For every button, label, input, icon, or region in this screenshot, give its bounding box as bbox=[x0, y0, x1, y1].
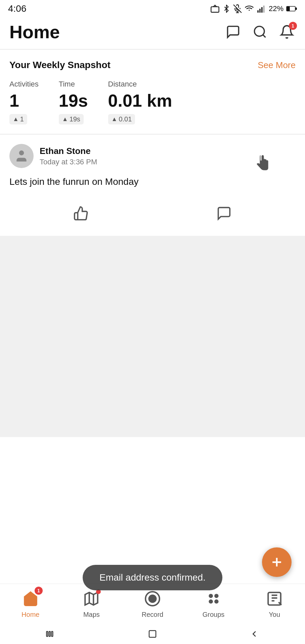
recent-apps-icon bbox=[46, 629, 56, 639]
delta-arrow-2: ▲ bbox=[62, 116, 68, 123]
post-content-row: Lets join the funrun on Monday bbox=[9, 175, 296, 189]
chat-icon bbox=[226, 24, 241, 39]
nav-item-groups[interactable]: Groups bbox=[197, 589, 230, 619]
post-meta: Ethan Stone Today at 3:36 PM bbox=[40, 146, 97, 166]
home-nav-badge: 1 bbox=[35, 587, 43, 595]
back-icon bbox=[249, 629, 259, 639]
post-author: Ethan Stone bbox=[40, 146, 97, 156]
stat-activities-value: 1 bbox=[9, 91, 39, 111]
signal-icon bbox=[257, 4, 266, 13]
svg-rect-0 bbox=[211, 7, 219, 12]
record-nav-label: Record bbox=[142, 611, 163, 619]
notification-button[interactable]: 1 bbox=[278, 23, 296, 41]
stat-distance: Distance 0.01 km ▲ 0.01 bbox=[108, 80, 172, 124]
stat-distance-value: 0.01 km bbox=[108, 91, 172, 111]
status-bar: 4:06 22% bbox=[0, 0, 305, 16]
search-button[interactable] bbox=[251, 23, 269, 41]
avatar-icon bbox=[14, 149, 29, 163]
add-fab-button[interactable] bbox=[262, 547, 292, 577]
stat-distance-label: Distance bbox=[108, 80, 172, 89]
maps-nav-icon-wrap bbox=[81, 589, 101, 609]
you-icon bbox=[266, 590, 283, 607]
camera-icon bbox=[210, 4, 220, 13]
svg-rect-34 bbox=[149, 631, 156, 637]
feed-section: Ethan Stone Today at 3:36 PM Lets join t… bbox=[0, 135, 305, 236]
post-actions bbox=[9, 199, 296, 228]
snapshot-stats: Activities 1 ▲ 1 Time 19s ▲ 19s Distance… bbox=[9, 80, 296, 124]
post-text: Lets join the funrun on Monday bbox=[9, 175, 296, 189]
thumbs-up-icon bbox=[73, 206, 89, 221]
battery-percent: 22% bbox=[269, 4, 284, 13]
svg-rect-6 bbox=[259, 9, 261, 13]
system-nav-bar bbox=[0, 624, 305, 644]
status-time: 4:06 bbox=[8, 3, 27, 14]
home-system-icon bbox=[147, 629, 158, 639]
snapshot-title: Your Weekly Snapshot bbox=[9, 60, 111, 70]
status-icons: 22% bbox=[210, 4, 297, 13]
plus-icon bbox=[269, 555, 284, 570]
svg-rect-8 bbox=[263, 6, 265, 13]
svg-point-12 bbox=[255, 26, 264, 36]
svg-rect-32 bbox=[49, 632, 50, 637]
see-more-link[interactable]: See More bbox=[258, 60, 296, 70]
delta-arrow-1: ▲ bbox=[13, 116, 19, 123]
delta-arrow-3: ▲ bbox=[112, 116, 118, 123]
post-time: Today at 3:36 PM bbox=[40, 158, 97, 166]
stat-activities-delta-val: 1 bbox=[20, 115, 24, 123]
svg-point-14 bbox=[19, 151, 24, 156]
stat-distance-delta: ▲ 0.01 bbox=[108, 114, 135, 124]
mute-icon bbox=[233, 4, 242, 13]
svg-point-21 bbox=[149, 595, 156, 602]
search-icon bbox=[253, 24, 267, 39]
header-icons: 1 bbox=[224, 23, 296, 41]
app-header: Home 1 bbox=[0, 16, 305, 49]
post-avatar bbox=[9, 144, 34, 168]
stat-activities-delta: ▲ 1 bbox=[9, 114, 27, 124]
svg-point-22 bbox=[209, 594, 213, 598]
svg-rect-5 bbox=[257, 10, 259, 13]
wifi-icon bbox=[245, 4, 254, 13]
nav-item-maps[interactable]: Maps bbox=[75, 589, 108, 619]
stat-time-label: Time bbox=[59, 80, 88, 89]
snapshot-section: Your Weekly Snapshot See More Activities… bbox=[0, 50, 305, 134]
stat-time-value: 19s bbox=[59, 91, 88, 111]
nav-item-home[interactable]: 1 Home bbox=[14, 589, 47, 619]
home-nav-icon-wrap: 1 bbox=[20, 589, 41, 609]
like-button[interactable] bbox=[60, 202, 102, 224]
comment-button[interactable] bbox=[203, 202, 245, 224]
groups-icon bbox=[205, 590, 222, 607]
recent-apps-button[interactable] bbox=[42, 626, 59, 642]
toast-notification: Email address confirmed. bbox=[83, 565, 222, 590]
svg-point-25 bbox=[214, 599, 219, 604]
record-nav-icon-wrap bbox=[142, 589, 163, 609]
comment-icon bbox=[216, 206, 232, 221]
svg-point-24 bbox=[209, 599, 213, 604]
battery-icon bbox=[286, 5, 297, 12]
chat-button[interactable] bbox=[224, 23, 242, 41]
bluetooth-icon bbox=[222, 5, 230, 13]
home-button[interactable] bbox=[144, 626, 161, 642]
notification-badge: 1 bbox=[289, 22, 297, 30]
hand-cursor-icon bbox=[255, 155, 269, 171]
svg-rect-7 bbox=[261, 7, 263, 12]
stat-activities: Activities 1 ▲ 1 bbox=[9, 80, 39, 124]
maps-nav-label: Maps bbox=[83, 611, 100, 619]
nav-item-you[interactable]: You bbox=[258, 589, 291, 619]
stat-activities-label: Activities bbox=[9, 80, 39, 89]
feed-post: Ethan Stone Today at 3:36 PM Lets join t… bbox=[9, 144, 296, 228]
you-nav-icon-wrap bbox=[264, 589, 285, 609]
svg-marker-17 bbox=[85, 592, 98, 605]
home-nav-label: Home bbox=[21, 611, 39, 619]
empty-feed-area bbox=[0, 236, 305, 437]
svg-rect-11 bbox=[296, 8, 297, 10]
you-nav-label: You bbox=[269, 611, 280, 619]
svg-rect-10 bbox=[287, 7, 290, 11]
stat-time-delta: ▲ 19s bbox=[59, 114, 84, 124]
cursor-indicator bbox=[255, 155, 269, 173]
svg-line-13 bbox=[263, 35, 266, 38]
groups-nav-label: Groups bbox=[203, 611, 225, 619]
back-button[interactable] bbox=[246, 626, 263, 642]
groups-nav-icon-wrap bbox=[204, 589, 224, 609]
nav-item-record[interactable]: Record bbox=[136, 589, 169, 619]
post-header: Ethan Stone Today at 3:36 PM bbox=[9, 144, 296, 168]
